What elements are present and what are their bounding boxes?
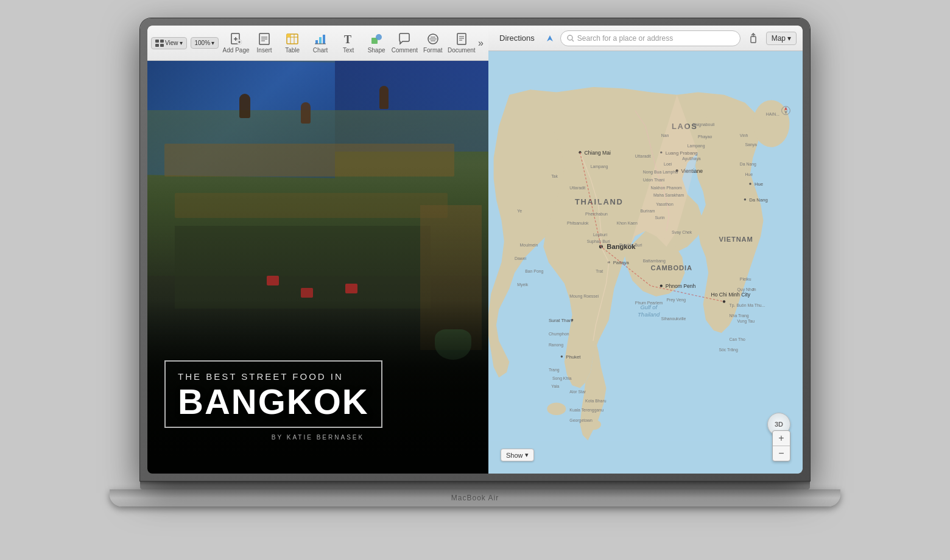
- view-button[interactable]: View ▾: [151, 37, 187, 49]
- chart-button[interactable]: Chart: [307, 30, 334, 56]
- maps-search-bar[interactable]: Search for a place or address: [560, 30, 741, 46]
- insert-icon: [258, 32, 271, 46]
- svg-text:Suphan Buri: Suphan Buri: [587, 239, 610, 244]
- svg-text:Alor Star: Alor Star: [569, 390, 586, 394]
- add-page-icon: [230, 32, 243, 46]
- svg-rect-1: [160, 40, 164, 43]
- chair-2: [345, 284, 357, 293]
- book-title-area: THE BEST STREET FOOD IN BANGKOK BY KATIE…: [164, 360, 471, 441]
- svg-text:Myeik: Myeik: [517, 282, 529, 287]
- svg-text:Pleiku: Pleiku: [740, 277, 751, 281]
- insert-button[interactable]: Insert: [251, 30, 278, 56]
- svg-line-35: [572, 40, 574, 41]
- maps-toolbar: Directions: [488, 26, 803, 51]
- svg-text:Da Nang: Da Nang: [740, 162, 756, 167]
- share-button[interactable]: [745, 30, 761, 46]
- more-button[interactable]: »: [477, 31, 485, 55]
- svg-text:Da Nang: Da Nang: [749, 197, 768, 203]
- svg-text:Prachin Buri: Prachin Buri: [619, 243, 642, 247]
- search-placeholder: Search for a place or address: [577, 34, 673, 43]
- person-3: [379, 86, 389, 109]
- shape-button[interactable]: Shape: [363, 30, 390, 56]
- show-button[interactable]: Show ▾: [501, 449, 534, 461]
- svg-point-64: [744, 198, 746, 200]
- svg-point-56: [660, 285, 663, 287]
- svg-text:Uttaradit: Uttaradit: [569, 186, 585, 190]
- svg-text:Tak: Tak: [551, 174, 558, 178]
- svg-text:Ye: Ye: [517, 209, 522, 213]
- svg-text:Sihanoukville: Sihanoukville: [661, 317, 686, 321]
- svg-text:Ho Chi Minh City: Ho Chi Minh City: [711, 292, 751, 298]
- svg-rect-30: [457, 33, 466, 44]
- add-page-button[interactable]: Add Page: [222, 30, 250, 56]
- svg-text:Yasothon: Yasothon: [656, 202, 674, 206]
- document-button[interactable]: Document: [448, 30, 476, 56]
- zoom-controls: + −: [772, 430, 790, 461]
- book-author: BY KATIE BERNASEK: [164, 434, 471, 441]
- svg-text:Maha Sarakham: Maha Sarakham: [653, 194, 684, 198]
- svg-text:Yala: Yala: [551, 384, 559, 388]
- svg-rect-0: [155, 40, 159, 43]
- svg-text:Nan: Nan: [661, 133, 669, 138]
- split-view: View ▾ 100% ▾: [147, 26, 803, 474]
- svg-text:Nha Trang: Nha Trang: [730, 313, 749, 318]
- zoom-out-button[interactable]: −: [773, 446, 790, 461]
- table-button[interactable]: Table: [279, 30, 306, 56]
- map-type-label: Map: [772, 34, 786, 43]
- svg-text:Moung Roessei: Moung Roessei: [569, 294, 599, 299]
- svg-text:Kota Bharu: Kota Bharu: [585, 399, 607, 403]
- svg-point-42: [547, 402, 566, 415]
- food-table-2: [175, 193, 448, 218]
- svg-text:THAILAND: THAILAND: [575, 197, 624, 206]
- svg-point-25: [376, 34, 382, 40]
- svg-text:Buriram: Buriram: [640, 209, 655, 213]
- shape-label: Shape: [368, 47, 385, 54]
- map-container[interactable]: Gulf of Thailand: [488, 51, 803, 474]
- pages-app: View ▾ 100% ▾: [147, 26, 488, 474]
- zoom-button[interactable]: 100% ▾: [191, 37, 219, 49]
- map-svg: Gulf of Thailand: [488, 51, 803, 474]
- svg-point-66: [749, 183, 751, 184]
- svg-point-41: [753, 100, 789, 147]
- zoom-chevron-icon: ▾: [211, 40, 214, 46]
- svg-text:Chumphon: Chumphon: [549, 332, 569, 337]
- location-arrow-icon[interactable]: [544, 33, 555, 44]
- format-button[interactable]: Format: [420, 30, 446, 56]
- document-icon: [455, 32, 468, 46]
- pages-toolbar: View ▾ 100% ▾: [147, 26, 488, 61]
- comment-icon: [398, 32, 411, 46]
- svg-text:Ban Pong: Ban Pong: [525, 269, 543, 274]
- svg-text:Sanya: Sanya: [745, 142, 757, 147]
- svg-text:Vung Tau: Vung Tau: [737, 319, 755, 324]
- svg-text:Sóc Trăng: Sóc Trăng: [719, 348, 738, 352]
- zoom-in-button[interactable]: +: [773, 431, 790, 446]
- view-label: View: [165, 40, 178, 46]
- svg-text:Lopburi: Lopburi: [593, 233, 607, 237]
- svg-text:Vinh: Vinh: [740, 133, 748, 138]
- document-background: THE BEST STREET FOOD IN BANGKOK BY KATIE…: [147, 61, 488, 474]
- svg-text:Surat Thani: Surat Thani: [549, 318, 573, 323]
- macbook-computer: View ▾ 100% ▾: [110, 18, 840, 542]
- text-button[interactable]: T Text: [335, 30, 362, 56]
- svg-text:Phnom Penh: Phnom Penh: [666, 283, 696, 289]
- svg-text:T: T: [344, 33, 351, 45]
- svg-text:Trat: Trat: [596, 269, 603, 273]
- svg-text:Dawei: Dawei: [515, 256, 527, 261]
- svg-text:Surin: Surin: [655, 215, 664, 220]
- person-1: [239, 94, 250, 118]
- svg-rect-18: [287, 34, 290, 37]
- map-type-button[interactable]: Map ▾: [766, 32, 797, 45]
- svg-point-62: [561, 355, 563, 357]
- svg-rect-21: [323, 35, 325, 44]
- directions-button[interactable]: Directions: [494, 32, 540, 44]
- directions-label: Directions: [499, 33, 535, 43]
- text-label: Text: [343, 47, 354, 54]
- document-page: THE BEST STREET FOOD IN BANGKOK BY KATIE…: [147, 61, 488, 474]
- svg-text:Udon Thani: Udon Thani: [643, 178, 665, 182]
- svg-text:Gulf of: Gulf of: [640, 304, 658, 310]
- screen-inner: View ▾ 100% ▾: [147, 26, 803, 474]
- chart-icon: [314, 32, 327, 46]
- comment-button[interactable]: Comment: [391, 30, 418, 56]
- svg-text:Phitsanulok: Phitsanulok: [567, 221, 589, 225]
- comment-label: Comment: [392, 47, 418, 54]
